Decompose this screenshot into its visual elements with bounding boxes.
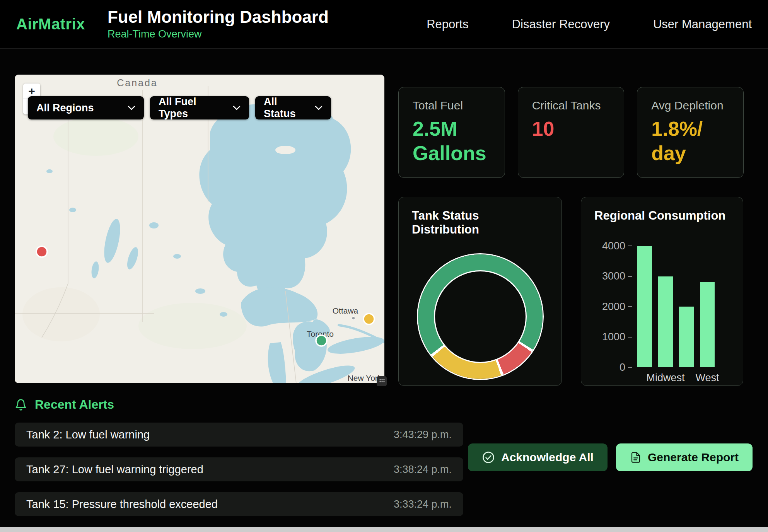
stat-label: Total Fuel xyxy=(413,99,491,112)
stat-value: 2.5M Gallons xyxy=(413,117,491,166)
bell-icon xyxy=(15,398,27,411)
app-logo: AirMatrix xyxy=(16,15,85,33)
chevron-down-icon xyxy=(315,106,323,110)
alert-row[interactable]: Tank 2: Low fuel warning 3:43:29 p.m. xyxy=(15,423,463,447)
alert-message: Tank 15: Pressure threshold exceeded xyxy=(26,498,218,511)
x-tick-label: West xyxy=(696,372,719,384)
stat-card-critical-tanks: Critical Tanks 10 xyxy=(518,87,625,178)
document-icon xyxy=(630,451,642,464)
map-label-canada: Canada xyxy=(117,77,158,88)
x-tick-label: Midwest xyxy=(647,372,685,384)
map-city-dot-ottawa xyxy=(352,317,355,320)
alert-row[interactable]: Tank 15: Pressure threshold exceeded 3:3… xyxy=(15,492,463,516)
stats-row: Total Fuel 2.5M Gallons Critical Tanks 1… xyxy=(398,87,744,178)
acknowledge-all-label: Acknowledge All xyxy=(501,451,594,464)
main-content: Canada Ottawa Toronto New York + − All R xyxy=(0,75,768,386)
right-column: Total Fuel 2.5M Gallons Critical Tanks 1… xyxy=(398,87,744,386)
alert-message: Tank 2: Low fuel warning xyxy=(26,428,150,441)
stat-card-avg-depletion: Avg Depletion 1.8%/ day xyxy=(637,87,744,178)
recent-alerts-section: Recent Alerts Tank 2: Low fuel warning 3… xyxy=(15,397,753,516)
bar-slot: Midwest xyxy=(658,246,673,367)
alert-timestamp: 3:33:24 p.m. xyxy=(394,498,452,510)
stat-value: 1.8%/ day xyxy=(651,117,729,166)
alert-timestamp: 3:38:24 p.m. xyxy=(394,464,452,476)
stat-card-total-fuel: Total Fuel 2.5M Gallons xyxy=(398,87,505,178)
chart-title: Tank Status Distribution xyxy=(412,209,548,237)
resize-grip-icon[interactable] xyxy=(377,376,387,386)
map-island xyxy=(275,146,295,154)
fuel-type-filter-dropdown[interactable]: All Fuel Types xyxy=(150,96,249,119)
map-lake xyxy=(173,254,181,259)
header: AirMatrix Fuel Monitoring Dashboard Real… xyxy=(0,0,768,49)
tank-status-card: Tank Status Distribution xyxy=(398,197,562,386)
regional-consumption-card: Regional Consumption 4000 3000 2000 1000… xyxy=(581,197,743,386)
generate-report-button[interactable]: Generate Report xyxy=(616,443,753,471)
map-terrain-patch xyxy=(138,303,247,349)
bar-chart-plot: Midwest West xyxy=(634,246,718,367)
alert-row[interactable]: Tank 27: Low fuel warning triggered 3:38… xyxy=(15,457,463,481)
status-filter-value: All Status xyxy=(264,96,309,120)
bar xyxy=(700,282,715,367)
region-filter-dropdown[interactable]: All Regions xyxy=(28,96,144,119)
map-terrain-patch xyxy=(53,117,138,156)
alerts-body: Tank 2: Low fuel warning 3:43:29 p.m. Ta… xyxy=(15,423,753,516)
map-viewport[interactable]: Canada Ottawa Toronto New York xyxy=(15,75,384,383)
map-lake xyxy=(195,288,205,294)
title-block: Fuel Monitoring Dashboard Real-Time Over… xyxy=(108,8,329,40)
alerts-header: Recent Alerts xyxy=(15,397,753,412)
map-marker-warning[interactable] xyxy=(364,314,374,324)
page: AirMatrix Fuel Monitoring Dashboard Real… xyxy=(0,0,768,532)
map-marker-normal[interactable] xyxy=(316,335,327,346)
fuel-type-filter-value: All Fuel Types xyxy=(159,96,227,120)
map-lake xyxy=(220,312,227,317)
map-lake xyxy=(149,222,159,228)
chevron-down-icon xyxy=(233,106,241,110)
bar-chart: 4000 3000 2000 1000 0 xyxy=(602,246,730,367)
generate-report-label: Generate Report xyxy=(648,451,739,464)
chart-title: Regional Consumption xyxy=(594,209,730,223)
check-circle-icon xyxy=(482,451,495,464)
charts-row: Tank Status Distribution Regional Consum… xyxy=(398,197,744,386)
bar-slot xyxy=(637,246,652,367)
bar-slot: West xyxy=(700,246,715,367)
map-canvas[interactable]: Canada Ottawa Toronto New York xyxy=(15,75,384,383)
horizontal-scrollbar[interactable] xyxy=(0,527,768,532)
alert-timestamp: 3:43:29 p.m. xyxy=(394,429,452,441)
bar xyxy=(679,307,694,367)
nav-item-user-management[interactable]: User Management xyxy=(653,17,752,31)
stat-label: Avg Depletion xyxy=(651,99,729,112)
bar-chart-y-axis: 4000 3000 2000 1000 0 xyxy=(602,246,634,367)
map-label-ottawa: Ottawa xyxy=(333,306,358,315)
alerts-title: Recent Alerts xyxy=(35,397,114,412)
alert-message: Tank 27: Low fuel warning triggered xyxy=(26,463,203,476)
stat-label: Critical Tanks xyxy=(532,99,610,112)
page-subtitle: Real-Time Overview xyxy=(108,28,329,40)
map-lake xyxy=(69,208,76,212)
map-marker-critical[interactable] xyxy=(36,246,47,257)
status-filter-dropdown[interactable]: All Status xyxy=(255,96,331,119)
donut-hole xyxy=(435,271,526,362)
page-title: Fuel Monitoring Dashboard xyxy=(108,8,329,26)
bar xyxy=(637,246,652,367)
donut-chart xyxy=(418,254,543,379)
map-terrain-patch xyxy=(22,287,100,341)
acknowledge-all-button[interactable]: Acknowledge All xyxy=(468,443,608,471)
main-nav: Reports Disaster Recovery User Managemen… xyxy=(427,17,752,31)
nav-item-disaster-recovery[interactable]: Disaster Recovery xyxy=(512,17,610,31)
map-filters: All Regions All Fuel Types All Status xyxy=(28,96,331,119)
nav-item-reports[interactable]: Reports xyxy=(427,17,469,31)
map-lake xyxy=(46,169,53,173)
region-filter-value: All Regions xyxy=(36,102,94,114)
bar-slot xyxy=(679,246,694,367)
alert-actions: Acknowledge All Generate Report xyxy=(468,443,753,471)
map-panel: Canada Ottawa Toronto New York + − All R xyxy=(15,75,384,383)
stat-value: 10 xyxy=(532,117,610,141)
alerts-list: Tank 2: Low fuel warning 3:43:29 p.m. Ta… xyxy=(15,423,463,516)
bar xyxy=(658,276,673,368)
chevron-down-icon xyxy=(128,106,135,110)
